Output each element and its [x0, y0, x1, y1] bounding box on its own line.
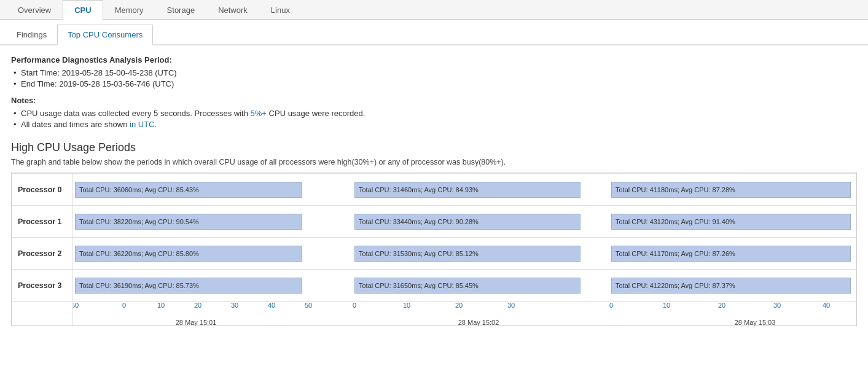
notes-item2: All dates and times are shown in UTC.: [21, 120, 857, 129]
axis-tick: 30: [231, 302, 238, 309]
axis-tick: 10: [403, 302, 410, 309]
cpu-bar-p1-b0: Total CPU: 38220ms; Avg CPU: 90.54%: [75, 214, 302, 230]
sub-tabs-bar: FindingsTop CPU Consumers: [0, 25, 868, 45]
axis-date-label: 28 May 15:02: [458, 319, 499, 325]
axis-tick: 20: [455, 302, 463, 309]
sub-tab-findings[interactable]: Findings: [6, 25, 57, 45]
axis-tick: 10: [157, 302, 165, 309]
axis-tick: 0: [609, 302, 613, 309]
processor-label-1: Processor 1: [12, 205, 73, 237]
notes-item1: CPU usage data was collected every 5 sec…: [21, 109, 857, 118]
axis-tick: 10: [663, 302, 670, 309]
axis-tick: 50: [305, 302, 312, 309]
sub-tab-top-cpu-consumers[interactable]: Top CPU Consumers: [57, 25, 153, 45]
axis-tick: 40: [268, 302, 275, 309]
analysis-period: Performance Diagnostics Analysis Period:…: [11, 55, 857, 88]
axis-tick: 50: [73, 302, 79, 309]
top-tab-cpu[interactable]: CPU: [63, 0, 103, 20]
notes-label: Notes:: [11, 96, 857, 105]
analysis-period-label: Performance Diagnostics Analysis Period:: [11, 55, 857, 64]
processor-bars-2: Total CPU: 36220ms; Avg CPU: 85.80%Total…: [73, 237, 856, 269]
axis-row: 500102030405001020300102030405001028 May…: [73, 301, 856, 325]
cpu-bar-p0-b0: Total CPU: 36060ms; Avg CPU: 85.43%: [75, 182, 302, 198]
notes-section: Notes: CPU usage data was collected ever…: [11, 96, 857, 129]
cpu-bar-p3-b1: Total CPU: 31650ms; Avg CPU: 85.45%: [354, 278, 581, 294]
end-time: End Time: 2019-05-28 15-03-56-746 (UTC): [21, 79, 857, 88]
cpu-bar-p3-b0: Total CPU: 36190ms; Avg CPU: 85.73%: [75, 278, 302, 294]
top-tab-storage[interactable]: Storage: [155, 0, 207, 20]
top-tab-memory[interactable]: Memory: [103, 0, 155, 20]
cpu-bar-p2-b0: Total CPU: 36220ms; Avg CPU: 85.80%: [75, 246, 302, 262]
cpu-bar-p2-b2: Total CPU: 41170ms; Avg CPU: 87.26%: [611, 246, 851, 262]
processor-label-0: Processor 0: [12, 173, 73, 205]
start-time: Start Time: 2019-05-28 15-00-45-238 (UTC…: [21, 68, 857, 77]
high-cpu-desc: The graph and table below show the perio…: [11, 158, 857, 166]
processor-bars-3: Total CPU: 36190ms; Avg CPU: 85.73%Total…: [73, 269, 856, 301]
processor-label-3: Processor 3: [12, 269, 73, 301]
axis-tick: 0: [353, 302, 356, 309]
processor-label-2: Processor 2: [12, 237, 73, 269]
cpu-bar-p0-b1: Total CPU: 31460ms; Avg CPU: 84.93%: [354, 182, 581, 198]
cpu-bar-p1-b1: Total CPU: 33440ms; Avg CPU: 90.28%: [354, 214, 581, 230]
top-tab-network[interactable]: Network: [206, 0, 259, 20]
axis-tick: 40: [823, 302, 830, 309]
axis-tick: 30: [507, 302, 515, 309]
processor-bars-0: Total CPU: 36060ms; Avg CPU: 85.43%Total…: [73, 173, 856, 205]
axis-date-label: 28 May 15:01: [176, 319, 217, 325]
axis-date-label: 28 May 15:03: [735, 319, 776, 325]
axis-tick: 20: [718, 302, 725, 309]
axis-tick: 20: [194, 302, 201, 309]
top-tabs-bar: OverviewCPUMemoryStorageNetworkLinux: [0, 0, 868, 20]
cpu-bar-p2-b1: Total CPU: 31530ms; Avg CPU: 85.12%: [354, 246, 581, 262]
high-cpu-title: High CPU Usage Periods: [11, 141, 857, 154]
axis-label-empty: [12, 301, 73, 325]
top-tab-overview[interactable]: Overview: [6, 0, 63, 20]
axis-tick: 0: [122, 302, 126, 309]
cpu-bar-p0-b2: Total CPU: 41180ms; Avg CPU: 87.28%: [611, 182, 851, 198]
processor-bars-1: Total CPU: 38220ms; Avg CPU: 90.54%Total…: [73, 205, 856, 237]
cpu-chart: Processor 0Total CPU: 36060ms; Avg CPU: …: [11, 173, 857, 326]
cpu-bar-p3-b2: Total CPU: 41220ms; Avg CPU: 87.37%: [611, 278, 851, 294]
axis-tick: 30: [773, 302, 781, 309]
cpu-bar-p1-b2: Total CPU: 43120ms; Avg CPU: 91.40%: [611, 214, 851, 230]
top-tab-linux[interactable]: Linux: [259, 0, 302, 20]
